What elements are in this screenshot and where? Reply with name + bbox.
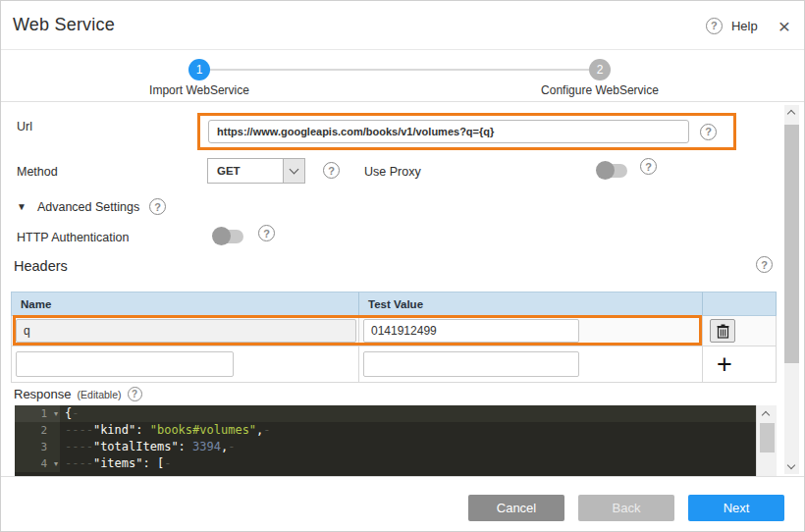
method-dropdown-button[interactable]	[283, 159, 304, 183]
content-scrollbar[interactable]	[784, 105, 799, 474]
method-label: Method	[17, 165, 58, 179]
header-test-value-input[interactable]	[363, 319, 579, 343]
step-1-circle[interactable]: 1	[188, 59, 210, 80]
back-button[interactable]: Back	[578, 495, 674, 521]
column-header-actions	[703, 292, 777, 316]
actions-cell	[703, 316, 777, 346]
editor-scrollbar[interactable]	[756, 405, 777, 477]
cancel-button[interactable]: Cancel	[468, 495, 564, 521]
content-scrollbar-thumb[interactable]	[784, 125, 799, 363]
editor-line: 1▾{-	[15, 405, 756, 422]
help-icon[interactable]: ?	[706, 18, 723, 34]
response-label-row: Response (Editable) ?	[14, 387, 142, 401]
editor-line: 4▾----"items": [-	[15, 455, 756, 472]
dialog-title: Web Service	[13, 15, 115, 35]
url-highlight-box: ?	[197, 113, 736, 150]
method-help-icon[interactable]: ?	[323, 162, 340, 179]
actions-cell: +	[703, 346, 777, 383]
header-name-input[interactable]	[16, 319, 356, 343]
column-header-test-value: Test Value	[359, 292, 703, 316]
response-editable-sublabel: (Editable)	[78, 389, 122, 400]
collapse-arrow-icon: ▼	[17, 201, 27, 212]
fold-caret-icon[interactable]: ▾	[54, 405, 58, 422]
stepper-connector	[210, 69, 589, 71]
url-help-icon[interactable]: ?	[700, 124, 717, 140]
add-row-button[interactable]: +	[717, 351, 732, 378]
method-selected-value: GET	[208, 165, 283, 177]
url-label: Url	[17, 120, 32, 133]
scroll-up-icon[interactable]	[787, 110, 795, 118]
use-proxy-toggle[interactable]	[597, 164, 627, 178]
scroll-up-icon[interactable]	[762, 411, 770, 419]
test-value-cell	[359, 316, 703, 346]
new-header-name-input[interactable]	[16, 351, 234, 377]
use-proxy-label: Use Proxy	[364, 165, 421, 179]
trash-icon	[717, 324, 729, 339]
fold-caret-icon[interactable]: ▾	[54, 455, 58, 472]
response-editor-lines: 1▾{-2----"kind": "books#volumes",-3----"…	[15, 405, 756, 477]
step-1-label: Import WebService	[131, 83, 268, 97]
http-auth-label: HTTP Authentication	[17, 231, 129, 244]
help-link[interactable]: Help	[731, 19, 758, 33]
use-proxy-help-icon[interactable]: ?	[640, 158, 657, 175]
advanced-settings-label: Advanced Settings	[37, 200, 139, 214]
close-icon[interactable]: ×	[778, 16, 790, 36]
advanced-settings-toggle[interactable]: ▼ Advanced Settings ?	[17, 198, 166, 215]
headers-table: Name Test Value	[11, 292, 777, 383]
delete-row-button[interactable]	[710, 319, 735, 343]
wizard-stepper: 1 2 Import WebService Configure WebServi…	[1, 50, 804, 102]
response-editor[interactable]: 1▾{-2----"kind": "books#volumes",-3----"…	[15, 405, 777, 477]
http-auth-help-icon[interactable]: ?	[258, 225, 275, 241]
header-new-row: +	[11, 346, 777, 383]
new-header-test-value-input[interactable]	[363, 351, 579, 377]
header-actions: ? Help ×	[706, 1, 790, 50]
toggle-knob	[212, 227, 231, 245]
http-auth-toggle[interactable]	[213, 230, 243, 243]
name-cell	[11, 316, 359, 346]
dialog-content: Url ? Method GET ? Use Proxy ? ▼ Advance…	[1, 102, 804, 478]
header-row-q	[11, 316, 777, 346]
editor-line: 2----"kind": "books#volumes",-	[15, 422, 756, 439]
response-help-icon[interactable]: ?	[128, 387, 142, 401]
name-cell	[11, 346, 359, 383]
method-select[interactable]: GET	[207, 158, 305, 184]
headers-help-icon[interactable]: ?	[756, 256, 773, 273]
toggle-knob	[596, 161, 615, 180]
advanced-settings-help-icon[interactable]: ?	[149, 198, 166, 215]
headers-table-header-row: Name Test Value	[11, 292, 777, 316]
column-header-name: Name	[11, 292, 359, 316]
editor-scrollbar-thumb[interactable]	[760, 423, 775, 452]
editor-line: 3----"totalItems": 3394,-	[15, 439, 756, 455]
scroll-down-icon[interactable]	[787, 461, 795, 469]
test-value-cell	[359, 346, 703, 383]
dialog-footer: Cancel Back Next	[1, 476, 804, 531]
response-label: Response	[14, 387, 72, 401]
step-2-circle[interactable]: 2	[589, 59, 611, 80]
dialog-header: Web Service ? Help ×	[1, 1, 804, 50]
chevron-down-icon	[290, 165, 299, 175]
step-2-label: Configure WebService	[521, 83, 678, 97]
next-button[interactable]: Next	[688, 495, 784, 521]
web-service-dialog: Web Service ? Help × 1 2 Import WebServi…	[0, 0, 805, 532]
url-input[interactable]	[208, 120, 689, 143]
headers-section-title: Headers	[14, 258, 68, 274]
